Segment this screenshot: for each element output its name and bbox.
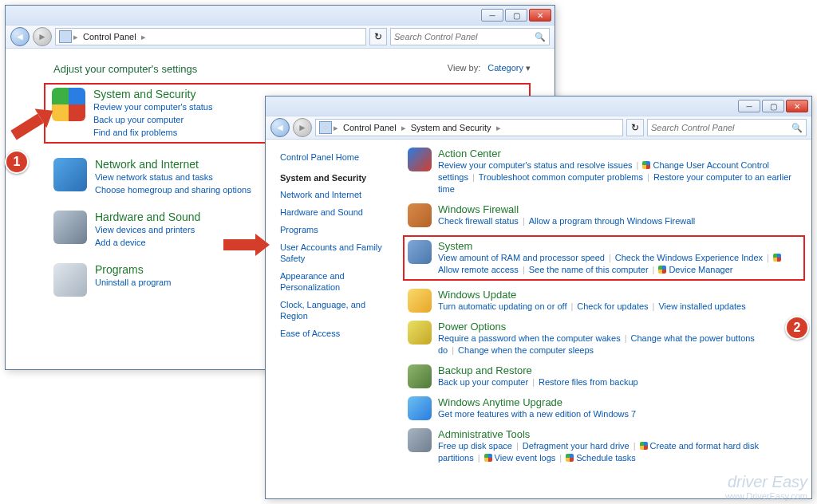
section-title[interactable]: Action Center: [438, 148, 800, 159]
breadcrumb-item[interactable]: Control Panel: [78, 32, 141, 41]
sidebar-item-appearance[interactable]: Appearance and Personalization: [280, 270, 395, 293]
brick-icon: [408, 203, 432, 227]
task-link[interactable]: Back up your computer: [438, 377, 528, 387]
task-link[interactable]: Review your computer's status and resolv…: [438, 160, 633, 170]
breadcrumb-item[interactable]: System and Security: [406, 123, 496, 132]
task-link[interactable]: Restore files from backup: [539, 377, 638, 387]
category-link[interactable]: Find and fix problems: [93, 126, 212, 139]
section-title[interactable]: Backup and Restore: [438, 364, 800, 376]
minimize-button[interactable]: ─: [481, 9, 503, 22]
task-links: Back up your computer|Restore files from…: [438, 376, 800, 388]
task-link[interactable]: Schedule tasks: [566, 453, 636, 463]
sidebar-item-hardware[interactable]: Hardware and Sound: [280, 207, 395, 218]
task-link[interactable]: Turn automatic updating on or off: [438, 301, 566, 311]
category-title[interactable]: Programs: [95, 263, 171, 276]
task-link[interactable]: View amount of RAM and processor speed: [438, 253, 605, 262]
section-windows-anytime-upgrade: Windows Anytime UpgradeGet more features…: [408, 396, 800, 420]
refresh-button[interactable]: ↻: [626, 119, 644, 136]
task-link[interactable]: Check firewall status: [438, 216, 519, 226]
maximize-button[interactable]: ▢: [762, 100, 784, 112]
category-title[interactable]: Network and Internet: [95, 158, 251, 171]
search-box[interactable]: 🔍: [647, 119, 807, 136]
task-link[interactable]: See the name of this computer: [529, 265, 649, 274]
section-windows-update: Windows UpdateTurn automatic updating on…: [408, 289, 800, 313]
uac-shield-icon: [640, 442, 648, 450]
section-title[interactable]: Administrative Tools: [438, 428, 800, 440]
sidebar-item-user-accounts[interactable]: User Accounts and Family Safety: [280, 242, 395, 264]
section-system: SystemView amount of RAM and processor s…: [403, 235, 805, 281]
breadcrumb[interactable]: ▸ Control Panel ▸: [55, 28, 366, 45]
refresh-button[interactable]: ↻: [369, 28, 387, 45]
section-title[interactable]: Windows Firewall: [438, 203, 800, 215]
control-panel-icon: [319, 121, 332, 134]
task-link[interactable]: Allow a program through Windows Firewall: [529, 216, 695, 226]
sidebar: Control Panel Home System and Security N…: [266, 140, 401, 498]
sidebar-item-clock[interactable]: Clock, Language, and Region: [280, 299, 395, 321]
maximize-button[interactable]: ▢: [505, 9, 527, 22]
sidebar-item-network[interactable]: Network and Internet: [280, 189, 395, 200]
flag-icon: [408, 148, 432, 171]
task-links: View amount of RAM and processor speed|C…: [438, 252, 800, 276]
breadcrumb-sep: ▸: [496, 123, 501, 133]
uac-shield-icon: [658, 266, 666, 274]
divider: |: [478, 453, 480, 463]
task-link[interactable]: Check the Windows Experience Index: [615, 253, 763, 262]
search-icon: 🔍: [791, 123, 803, 133]
category-link[interactable]: Uninstall a program: [95, 276, 171, 289]
back-button[interactable]: ◄: [270, 118, 290, 137]
breadcrumb-item[interactable]: Control Panel: [338, 123, 401, 132]
task-link[interactable]: Check for updates: [577, 301, 648, 311]
task-link[interactable]: View installed updates: [658, 301, 745, 311]
task-link[interactable]: Device Manager: [658, 265, 732, 274]
category-link[interactable]: Choose homegroup and sharing options: [95, 183, 251, 196]
section-administrative-tools: Administrative ToolsFree up disk space|D…: [408, 428, 800, 464]
task-link[interactable]: Get more features with a new edition of …: [438, 409, 636, 419]
section-title[interactable]: Power Options: [438, 321, 800, 333]
category-link[interactable]: Review your computer's status: [93, 100, 212, 113]
back-button[interactable]: ◄: [10, 27, 30, 46]
divider: |: [523, 265, 525, 274]
content-area: Control Panel Home System and Security N…: [266, 140, 811, 498]
section-backup-and-restore: Backup and RestoreBack up your computer|…: [408, 364, 800, 388]
view-by-value[interactable]: Category: [487, 63, 523, 73]
category-link[interactable]: Back up your computer: [93, 113, 212, 126]
section-action-center: Action CenterReview your computer's stat…: [408, 148, 800, 195]
sidebar-home[interactable]: Control Panel Home: [280, 152, 395, 162]
view-by[interactable]: View by: Category ▾: [448, 63, 531, 73]
divider: |: [452, 345, 454, 355]
task-link[interactable]: View event logs: [484, 453, 556, 463]
task-link[interactable]: Free up disk space: [438, 441, 512, 451]
chevron-down-icon: ▾: [526, 63, 531, 73]
close-button[interactable]: ✕: [529, 9, 551, 22]
task-links: Get more features with a new edition of …: [438, 408, 800, 420]
forward-button[interactable]: ►: [33, 27, 52, 46]
search-box[interactable]: 🔍: [390, 28, 550, 45]
minimize-button[interactable]: ─: [738, 100, 760, 112]
task-link[interactable]: Change when the computer sleeps: [458, 345, 594, 355]
tools-icon: [408, 428, 432, 452]
breadcrumb[interactable]: ▸ Control Panel ▸ System and Security ▸: [315, 119, 623, 136]
task-link[interactable]: Troubleshoot common computer problems: [479, 172, 643, 182]
forward-button[interactable]: ►: [293, 118, 312, 137]
section-windows-firewall: Windows FirewallCheck firewall status|Al…: [408, 203, 800, 227]
category-link[interactable]: View network status and tasks: [95, 171, 251, 183]
titlebar: ─ ▢ ✕: [266, 96, 811, 116]
shield-icon: [52, 88, 85, 121]
section-title[interactable]: Windows Anytime Upgrade: [438, 396, 800, 408]
category-title[interactable]: Hardware and Sound: [95, 211, 200, 223]
task-links: Turn automatic updating on or off|Check …: [438, 301, 800, 313]
sidebar-item-programs[interactable]: Programs: [280, 224, 395, 235]
main-pane: Action CenterReview your computer's stat…: [401, 140, 811, 498]
task-link[interactable]: Require a password when the computer wak…: [438, 333, 621, 343]
category-link[interactable]: View devices and printers: [95, 223, 200, 236]
sidebar-item-system-security[interactable]: System and Security: [280, 173, 395, 183]
section-title[interactable]: System: [438, 240, 800, 252]
category-link[interactable]: Add a device: [95, 236, 200, 249]
search-input[interactable]: [651, 123, 791, 132]
task-link[interactable]: Defragment your hard drive: [523, 441, 630, 451]
section-title[interactable]: Windows Update: [438, 289, 800, 301]
close-button[interactable]: ✕: [786, 100, 808, 112]
search-input[interactable]: [394, 32, 535, 41]
category-title[interactable]: System and Security: [93, 88, 212, 100]
sidebar-item-ease[interactable]: Ease of Access: [280, 328, 395, 339]
